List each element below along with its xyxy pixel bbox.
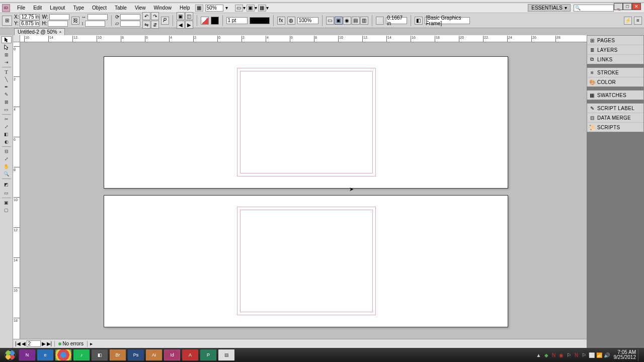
menu-layout[interactable]: Layout bbox=[46, 4, 69, 12]
first-page-icon[interactable]: |◀ bbox=[15, 341, 21, 346]
scale-x-input[interactable] bbox=[88, 14, 108, 20]
vertical-ruler[interactable]: 024681012141618 bbox=[13, 42, 20, 339]
fill-swatch[interactable] bbox=[201, 17, 209, 25]
view-options-icon[interactable]: ▭ bbox=[235, 5, 243, 12]
clock[interactable]: 7:05 AM 9/25/2012 bbox=[612, 350, 638, 360]
flip-h-icon[interactable]: ⇋ bbox=[142, 21, 150, 29]
page-1[interactable] bbox=[104, 56, 508, 189]
select-container-icon[interactable]: ▣ bbox=[177, 12, 185, 20]
bridge-icon[interactable]: ▦ bbox=[195, 5, 203, 12]
reference-point-icon[interactable]: ⊞ bbox=[2, 16, 12, 26]
ruler-origin[interactable] bbox=[13, 35, 20, 42]
page-number-input[interactable]: 2 bbox=[27, 340, 41, 347]
task-acrobat[interactable]: A bbox=[182, 349, 199, 361]
stroke-weight-input[interactable]: 1 pt bbox=[226, 17, 248, 24]
tray-icon[interactable]: ⬜ bbox=[589, 352, 595, 358]
graphics-frame[interactable] bbox=[240, 71, 373, 173]
workspace-picker[interactable]: ESSENTIALS▾ bbox=[528, 4, 571, 12]
task-app1[interactable]: ◧ bbox=[91, 349, 108, 361]
select-prev-icon[interactable]: ◀ bbox=[177, 21, 185, 29]
document-tab[interactable]: Untitled-2 @ 50% × bbox=[14, 28, 65, 35]
eyedropper-tool[interactable]: ⤢ bbox=[2, 155, 12, 162]
zoom-tool[interactable]: 🔍 bbox=[2, 170, 12, 177]
fill-stroke-toggle[interactable]: ◩ bbox=[2, 180, 12, 189]
panel-layers[interactable]: ≣LAYERS bbox=[587, 45, 643, 55]
select-next-icon[interactable]: ▶ bbox=[185, 21, 193, 29]
panel-pages[interactable]: ⊞PAGES bbox=[587, 36, 643, 45]
chevron-down-icon[interactable]: ▾ bbox=[266, 5, 269, 11]
menu-edit[interactable]: Edit bbox=[29, 4, 46, 12]
tray-icon[interactable]: ▲ bbox=[536, 352, 542, 358]
task-notepad[interactable]: ▤ bbox=[218, 349, 235, 361]
frame-style-select[interactable]: [Basic Graphics Frame] bbox=[425, 17, 470, 24]
wrap-bbox-icon[interactable]: ▣ bbox=[335, 17, 343, 25]
chevron-down-icon[interactable]: ▾ bbox=[243, 5, 246, 11]
shear-input[interactable] bbox=[120, 21, 140, 27]
apply-color-icon[interactable]: ▭ bbox=[2, 190, 12, 197]
task-illustrator[interactable]: Ai bbox=[145, 349, 163, 361]
rotate-ccw-icon[interactable]: ↶ bbox=[142, 12, 150, 20]
stroke-swatch[interactable] bbox=[211, 17, 219, 25]
menu-object[interactable]: Object bbox=[88, 4, 111, 12]
tray-icon[interactable]: ⚐ bbox=[581, 352, 587, 358]
pencil-tool[interactable]: ✎ bbox=[2, 91, 12, 98]
rotate-cw-icon[interactable]: ↷ bbox=[151, 12, 159, 20]
rectangle-tool[interactable]: ▭ bbox=[2, 106, 12, 113]
pasteboard[interactable]: ➤ bbox=[20, 42, 587, 339]
open-panel-icon[interactable]: ▸ bbox=[90, 341, 93, 346]
wrap-jump-icon[interactable]: ▤ bbox=[352, 17, 360, 25]
y-input[interactable]: 6.875 in bbox=[20, 21, 40, 27]
line-tool[interactable]: ╲ bbox=[2, 76, 12, 83]
task-chrome[interactable] bbox=[55, 349, 72, 361]
rectangle-frame-tool[interactable]: ⊠ bbox=[2, 99, 12, 106]
effects-icon[interactable]: fx bbox=[277, 17, 285, 25]
tray-icon[interactable]: N bbox=[551, 352, 557, 358]
horizontal-ruler[interactable]: 1614121086420246810121416182022242628 bbox=[20, 35, 587, 42]
task-indesign[interactable]: Id bbox=[164, 349, 181, 361]
show-desktop-button[interactable] bbox=[638, 349, 642, 361]
stroke-style-select[interactable] bbox=[250, 17, 270, 24]
hand-tool[interactable]: ✋ bbox=[2, 163, 12, 170]
task-ie[interactable]: e bbox=[37, 349, 54, 361]
pen-tool[interactable]: ✒ bbox=[2, 83, 12, 90]
x-input[interactable]: 12.75 in bbox=[20, 14, 40, 20]
object-style-icon[interactable]: ◧ bbox=[415, 17, 423, 25]
note-tool[interactable]: ⊟ bbox=[2, 148, 12, 155]
flip-v-icon[interactable]: ⇵ bbox=[151, 21, 159, 29]
h-input[interactable] bbox=[48, 21, 68, 27]
panel-scripts[interactable]: 📜SCRIPTS bbox=[587, 123, 643, 132]
task-publisher[interactable]: P bbox=[200, 349, 217, 361]
wrap-column-icon[interactable]: ▥ bbox=[360, 17, 368, 25]
corner-options-icon[interactable]: ⬜ bbox=[376, 17, 384, 25]
search-input[interactable]: 🔍 bbox=[574, 5, 614, 12]
menu-table[interactable]: Table bbox=[111, 4, 131, 12]
tray-icon[interactable]: ◉ bbox=[558, 352, 565, 358]
panel-script-label[interactable]: ✎SCRIPT LABEL bbox=[587, 104, 643, 113]
arrange-icon[interactable]: ▦ bbox=[258, 5, 266, 12]
screen-mode-icon[interactable]: ▣ bbox=[247, 5, 255, 12]
task-onenote[interactable]: N bbox=[19, 349, 36, 361]
view-mode-normal[interactable]: ▣ bbox=[2, 199, 12, 206]
task-spotify[interactable]: ♪ bbox=[73, 349, 90, 361]
gap-tool[interactable]: ⇥ bbox=[2, 59, 12, 66]
gradient-feather-tool[interactable]: ◐ bbox=[2, 138, 12, 145]
chevron-down-icon[interactable]: ▾ bbox=[255, 5, 257, 11]
prev-page-icon[interactable]: ◀ bbox=[22, 341, 26, 346]
direct-selection-tool[interactable] bbox=[2, 44, 12, 51]
rotate-input[interactable] bbox=[120, 14, 140, 20]
maximize-button[interactable]: □ bbox=[623, 3, 632, 10]
system-tray[interactable]: ▲ ◆ N ◉ ⚐ N ⚐ ⬜ 📶 🔊 bbox=[536, 352, 612, 358]
w-input[interactable] bbox=[49, 14, 69, 20]
tab-close-icon[interactable]: × bbox=[59, 30, 62, 34]
free-transform-tool[interactable]: ⤢ bbox=[2, 123, 12, 130]
next-page-icon[interactable]: ▶ bbox=[42, 341, 46, 346]
panel-data-merge[interactable]: ⊟DATA MERGE bbox=[587, 113, 643, 123]
page-2[interactable] bbox=[104, 195, 508, 327]
task-photoshop[interactable]: Ps bbox=[127, 349, 144, 361]
gap-input[interactable]: 0.1667 in bbox=[386, 17, 407, 24]
panel-color[interactable]: 🎨COLOR bbox=[587, 77, 643, 86]
panel-swatches[interactable]: ▦SWATCHES bbox=[587, 90, 643, 100]
zoom-dropdown-icon[interactable]: ▾ bbox=[225, 5, 228, 11]
panel-links[interactable]: ⧉LINKS bbox=[587, 55, 643, 64]
panel-menu-icon[interactable]: ≡ bbox=[634, 17, 642, 25]
